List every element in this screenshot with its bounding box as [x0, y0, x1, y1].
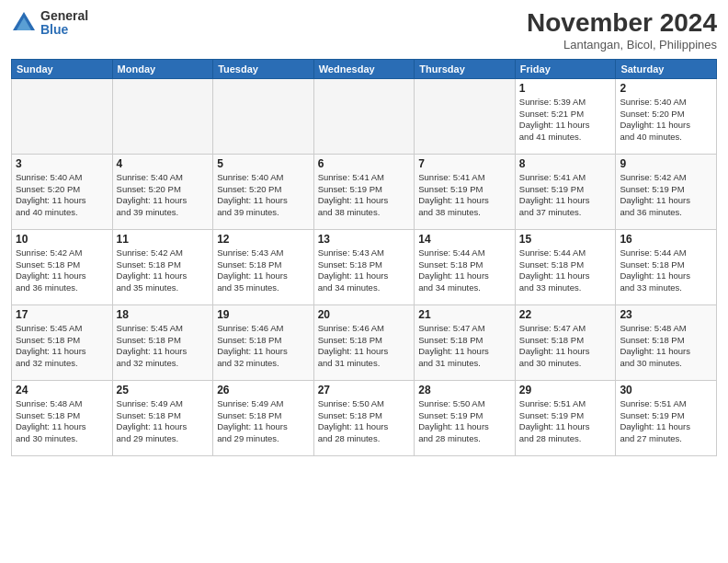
- weekday-header-tuesday: Tuesday: [213, 59, 314, 78]
- day-number: 4: [117, 157, 210, 170]
- day-info: Sunrise: 5:46 AM Sunset: 5:18 PM Dayligh…: [217, 323, 310, 370]
- calendar-cell: 28Sunrise: 5:50 AM Sunset: 5:19 PM Dayli…: [415, 380, 516, 455]
- day-info: Sunrise: 5:51 AM Sunset: 5:19 PM Dayligh…: [519, 398, 612, 445]
- calendar-cell: [415, 78, 516, 154]
- weekday-header-sunday: Sunday: [12, 59, 113, 78]
- day-info: Sunrise: 5:42 AM Sunset: 5:18 PM Dayligh…: [117, 247, 210, 294]
- calendar-cell: 29Sunrise: 5:51 AM Sunset: 5:19 PM Dayli…: [515, 380, 616, 455]
- day-number: 29: [519, 384, 612, 396]
- calendar-cell: 20Sunrise: 5:46 AM Sunset: 5:18 PM Dayli…: [313, 304, 415, 380]
- day-number: 3: [16, 157, 108, 170]
- calendar-cell: [313, 78, 415, 154]
- day-info: Sunrise: 5:40 AM Sunset: 5:20 PM Dayligh…: [217, 172, 310, 219]
- calendar-week-2: 10Sunrise: 5:42 AM Sunset: 5:18 PM Dayli…: [12, 229, 717, 304]
- day-number: 19: [217, 308, 310, 321]
- day-info: Sunrise: 5:40 AM Sunset: 5:20 PM Dayligh…: [16, 172, 108, 219]
- calendar-cell: 22Sunrise: 5:47 AM Sunset: 5:18 PM Dayli…: [515, 304, 616, 380]
- calendar-cell: 25Sunrise: 5:49 AM Sunset: 5:18 PM Dayli…: [112, 380, 213, 455]
- calendar-cell: [112, 78, 213, 154]
- day-number: 24: [16, 384, 108, 396]
- calendar-cell: 19Sunrise: 5:46 AM Sunset: 5:18 PM Dayli…: [213, 304, 314, 380]
- calendar-cell: 15Sunrise: 5:44 AM Sunset: 5:18 PM Dayli…: [515, 229, 616, 304]
- calendar-cell: 6Sunrise: 5:41 AM Sunset: 5:19 PM Daylig…: [313, 154, 415, 229]
- month-title: November 2024: [527, 9, 717, 38]
- weekday-header-thursday: Thursday: [415, 59, 516, 78]
- day-number: 7: [418, 157, 511, 170]
- day-number: 30: [620, 384, 712, 396]
- day-number: 5: [217, 157, 310, 170]
- calendar-cell: 16Sunrise: 5:44 AM Sunset: 5:18 PM Dayli…: [616, 229, 717, 304]
- day-info: Sunrise: 5:44 AM Sunset: 5:18 PM Dayligh…: [519, 247, 612, 294]
- day-number: 16: [620, 233, 712, 246]
- day-number: 18: [117, 308, 210, 321]
- calendar-cell: 13Sunrise: 5:43 AM Sunset: 5:18 PM Dayli…: [313, 229, 415, 304]
- day-info: Sunrise: 5:40 AM Sunset: 5:20 PM Dayligh…: [620, 97, 712, 144]
- day-info: Sunrise: 5:47 AM Sunset: 5:18 PM Dayligh…: [418, 323, 511, 370]
- calendar-cell: [12, 78, 113, 154]
- logo-general: General: [40, 9, 88, 23]
- day-number: 15: [519, 233, 612, 246]
- weekday-header-monday: Monday: [112, 59, 213, 78]
- day-info: Sunrise: 5:43 AM Sunset: 5:18 PM Dayligh…: [318, 247, 411, 294]
- calendar-cell: 26Sunrise: 5:49 AM Sunset: 5:18 PM Dayli…: [213, 380, 314, 455]
- day-info: Sunrise: 5:50 AM Sunset: 5:19 PM Dayligh…: [418, 398, 511, 445]
- day-number: 6: [318, 157, 411, 170]
- day-number: 2: [620, 82, 712, 95]
- calendar-cell: 4Sunrise: 5:40 AM Sunset: 5:20 PM Daylig…: [112, 154, 213, 229]
- day-number: 28: [418, 384, 511, 396]
- day-number: 14: [418, 233, 511, 246]
- calendar-cell: 17Sunrise: 5:45 AM Sunset: 5:18 PM Dayli…: [12, 304, 113, 380]
- day-info: Sunrise: 5:48 AM Sunset: 5:18 PM Dayligh…: [620, 323, 712, 370]
- day-number: 17: [16, 308, 108, 321]
- calendar-cell: 3Sunrise: 5:40 AM Sunset: 5:20 PM Daylig…: [12, 154, 113, 229]
- calendar-cell: 10Sunrise: 5:42 AM Sunset: 5:18 PM Dayli…: [12, 229, 113, 304]
- logo-text: General Blue: [40, 9, 88, 38]
- day-number: 8: [519, 157, 612, 170]
- weekday-header-wednesday: Wednesday: [313, 59, 415, 78]
- calendar-cell: 8Sunrise: 5:41 AM Sunset: 5:19 PM Daylig…: [515, 154, 616, 229]
- day-info: Sunrise: 5:44 AM Sunset: 5:18 PM Dayligh…: [620, 247, 712, 294]
- day-info: Sunrise: 5:45 AM Sunset: 5:18 PM Dayligh…: [16, 323, 108, 370]
- day-number: 10: [16, 233, 108, 246]
- calendar-cell: 2Sunrise: 5:40 AM Sunset: 5:20 PM Daylig…: [616, 78, 717, 154]
- title-block: November 2024 Lantangan, Bicol, Philippi…: [527, 9, 717, 52]
- calendar-header-row: SundayMondayTuesdayWednesdayThursdayFrid…: [12, 59, 717, 78]
- weekday-header-friday: Friday: [515, 59, 616, 78]
- subtitle: Lantangan, Bicol, Philippines: [527, 38, 717, 52]
- day-info: Sunrise: 5:41 AM Sunset: 5:19 PM Dayligh…: [519, 172, 612, 219]
- weekday-header-saturday: Saturday: [616, 59, 717, 78]
- day-number: 26: [217, 384, 310, 396]
- day-number: 21: [418, 308, 511, 321]
- calendar-cell: 7Sunrise: 5:41 AM Sunset: 5:19 PM Daylig…: [415, 154, 516, 229]
- day-info: Sunrise: 5:44 AM Sunset: 5:18 PM Dayligh…: [418, 247, 511, 294]
- logo-blue: Blue: [40, 23, 88, 37]
- day-number: 9: [620, 157, 712, 170]
- calendar-cell: 18Sunrise: 5:45 AM Sunset: 5:18 PM Dayli…: [112, 304, 213, 380]
- day-info: Sunrise: 5:40 AM Sunset: 5:20 PM Dayligh…: [117, 172, 210, 219]
- day-number: 13: [318, 233, 411, 246]
- logo: General Blue: [11, 9, 88, 38]
- day-info: Sunrise: 5:50 AM Sunset: 5:18 PM Dayligh…: [318, 398, 411, 445]
- calendar-week-3: 17Sunrise: 5:45 AM Sunset: 5:18 PM Dayli…: [12, 304, 717, 380]
- day-info: Sunrise: 5:51 AM Sunset: 5:19 PM Dayligh…: [620, 398, 712, 445]
- calendar-week-4: 24Sunrise: 5:48 AM Sunset: 5:18 PM Dayli…: [12, 380, 717, 455]
- day-number: 27: [318, 384, 411, 396]
- calendar-cell: 27Sunrise: 5:50 AM Sunset: 5:18 PM Dayli…: [313, 380, 415, 455]
- day-info: Sunrise: 5:45 AM Sunset: 5:18 PM Dayligh…: [117, 323, 210, 370]
- day-info: Sunrise: 5:41 AM Sunset: 5:19 PM Dayligh…: [418, 172, 511, 219]
- day-info: Sunrise: 5:41 AM Sunset: 5:19 PM Dayligh…: [318, 172, 411, 219]
- day-info: Sunrise: 5:49 AM Sunset: 5:18 PM Dayligh…: [217, 398, 310, 445]
- day-number: 11: [117, 233, 210, 246]
- calendar-cell: 23Sunrise: 5:48 AM Sunset: 5:18 PM Dayli…: [616, 304, 717, 380]
- calendar-cell: 12Sunrise: 5:43 AM Sunset: 5:18 PM Dayli…: [213, 229, 314, 304]
- calendar-cell: 1Sunrise: 5:39 AM Sunset: 5:21 PM Daylig…: [515, 78, 616, 154]
- calendar-cell: 11Sunrise: 5:42 AM Sunset: 5:18 PM Dayli…: [112, 229, 213, 304]
- logo-icon: [11, 10, 37, 36]
- day-number: 23: [620, 308, 712, 321]
- calendar-week-0: 1Sunrise: 5:39 AM Sunset: 5:21 PM Daylig…: [12, 78, 717, 154]
- day-info: Sunrise: 5:47 AM Sunset: 5:18 PM Dayligh…: [519, 323, 612, 370]
- header: General Blue November 2024 Lantangan, Bi…: [11, 9, 717, 52]
- page-container: General Blue November 2024 Lantangan, Bi…: [0, 0, 728, 563]
- calendar-cell: 30Sunrise: 5:51 AM Sunset: 5:19 PM Dayli…: [616, 380, 717, 455]
- day-number: 22: [519, 308, 612, 321]
